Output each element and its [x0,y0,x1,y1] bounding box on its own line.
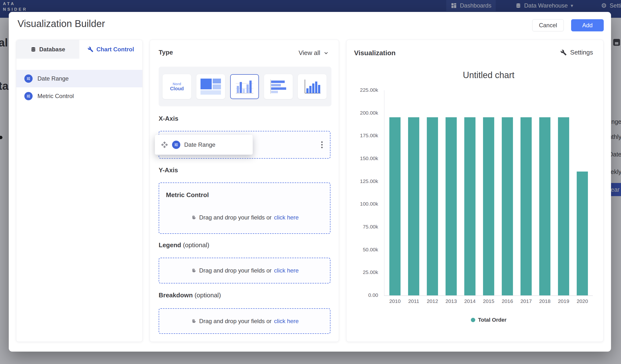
x-axis-tick-label: 2020 [573,298,592,304]
column-chart-thumbnail [302,79,322,95]
legend-heading: Legend (optional) [159,241,209,249]
x-axis-tick-label: 2010 [386,298,404,304]
type-option-horizontal-bar-chart[interactable] [264,74,293,99]
x-axis-tick-label: 2016 [498,298,517,304]
dragged-field-chip[interactable]: Date Range [155,135,253,155]
chart-type-selector: Nord Cloud [159,67,331,106]
y-axis-tick-label: 25.00k [346,269,378,275]
kebab-menu-icon[interactable] [320,139,324,150]
y-axis-tick-label: 125.00k [346,178,378,184]
database-icon [30,47,36,52]
x-axis-tick-label: 2018 [535,298,554,304]
bar-2013[interactable] [446,117,457,295]
type-option-word-cloud[interactable]: Nord Cloud [163,74,191,99]
y-axis-dropzone[interactable]: Metric Control Drag and drop your fields… [159,182,330,234]
dragged-field-label: Date Range [184,141,215,148]
type-option-column-chart[interactable] [298,74,327,99]
screen: ATA NSIDER Dashboards Data Warehouse ▾ ⚙… [0,0,621,364]
tab-chart-control[interactable]: Chart Control [79,40,142,59]
field-item-label: Metric Control [37,93,74,100]
move-icon [161,141,168,148]
visualization-panel: Visualization Settings Untitled chart 0.… [346,40,604,342]
view-all-label: View all [299,49,320,57]
y-axis-tick-label: 50.00k [346,247,378,253]
x-axis-tick-label: 2011 [404,298,423,304]
tab-database[interactable]: Database [16,40,79,59]
chevron-down-icon [323,50,329,56]
bar-2011[interactable] [408,117,419,295]
y-axis-tick-label: 75.00k [346,224,378,230]
modal-title: Visualization Builder [17,18,105,29]
x-axis-tick-label: 2019 [554,298,573,304]
y-axis-group-title: Metric Control [166,191,209,199]
y-axis-heading: Y-Axis [159,166,178,174]
y-axis-tick-label: 200.00k [346,110,378,116]
bar-2015[interactable] [483,117,494,295]
y-axis-tick-label: 0.00 [346,292,378,298]
click-here-link[interactable]: click here [274,214,299,221]
hand-icon [190,267,197,274]
bar-2020[interactable] [577,172,588,295]
control-tune-icon [172,141,180,149]
fields-panel: Database Chart Control Date Range [16,40,143,342]
hand-icon [190,214,197,221]
tools-icon [87,47,93,52]
x-axis-line [384,295,593,296]
field-item-label: Date Range [37,75,69,82]
bar-2018[interactable] [539,117,551,295]
click-here-link[interactable]: click here [274,267,299,274]
breakdown-dropzone[interactable]: Drag and drop your fields or click here [159,308,330,334]
cancel-button[interactable]: Cancel [532,19,564,31]
chart-plot: 0.0025.00k50.00k75.00k100.00k125.00k150.… [346,40,603,342]
add-button[interactable]: Add [571,19,604,31]
type-option-treemap[interactable] [196,74,225,99]
y-axis-drop-hint: Drag and drop your fields or click here [159,214,330,221]
horizontal-bar-chart-thumbnail [268,79,289,95]
hand-icon [190,318,197,324]
bar-2019[interactable] [558,117,569,295]
y-axis-tick-label: 100.00k [346,201,378,207]
x-axis-tick-label: 2014 [461,298,479,304]
type-option-grouped-column-chart[interactable] [230,74,259,99]
bar-2016[interactable] [502,117,513,295]
breakdown-heading: Breakdown (optional) [159,292,221,299]
y-axis-tick-label: 225.00k [346,87,378,93]
bar-2010[interactable] [389,117,400,295]
field-item-date-range[interactable]: Date Range [16,70,142,87]
y-axis-tick-label: 150.00k [346,156,378,161]
bar-2012[interactable] [427,117,438,295]
fields-panel-tabs: Database Chart Control [16,40,142,59]
grouped-column-chart-thumbnail [234,79,255,95]
bar-2017[interactable] [520,117,532,295]
visualization-builder-modal: Visualization Builder Cancel Add Databas… [9,12,611,352]
click-here-link[interactable]: click here [274,318,299,325]
legend-dropzone[interactable]: Drag and drop your fields or click here [159,258,330,283]
legend-dot [471,318,475,322]
x-axis-heading: X-Axis [159,115,178,122]
word-cloud-thumbnail: Nord [173,82,181,86]
y-axis-line [384,90,384,296]
chart-legend[interactable]: Total Order [384,317,593,323]
bar-2014[interactable] [464,117,475,295]
field-item-metric-control[interactable]: Metric Control [16,87,142,105]
control-tune-icon [24,92,33,100]
x-axis-tick-label: 2017 [517,298,535,304]
breakdown-drop-hint: Drag and drop your fields or click here [159,318,330,325]
y-axis-tick-label: 175.00k [346,133,378,139]
legend-drop-hint: Drag and drop your fields or click here [159,267,330,274]
control-tune-icon [24,74,33,83]
type-heading: Type [159,49,173,56]
x-axis-tick-label: 2013 [442,298,460,304]
treemap-thumbnail [201,79,221,95]
legend-series-label: Total Order [478,317,507,323]
tab-chart-control-label: Chart Control [96,46,134,53]
x-axis-tick-label: 2012 [423,298,442,304]
view-all-button[interactable]: View all [299,49,329,57]
tab-database-label: Database [39,46,65,53]
builder-panel: Type View all Nord Cloud [150,40,339,342]
x-axis-tick-label: 2015 [479,298,498,304]
